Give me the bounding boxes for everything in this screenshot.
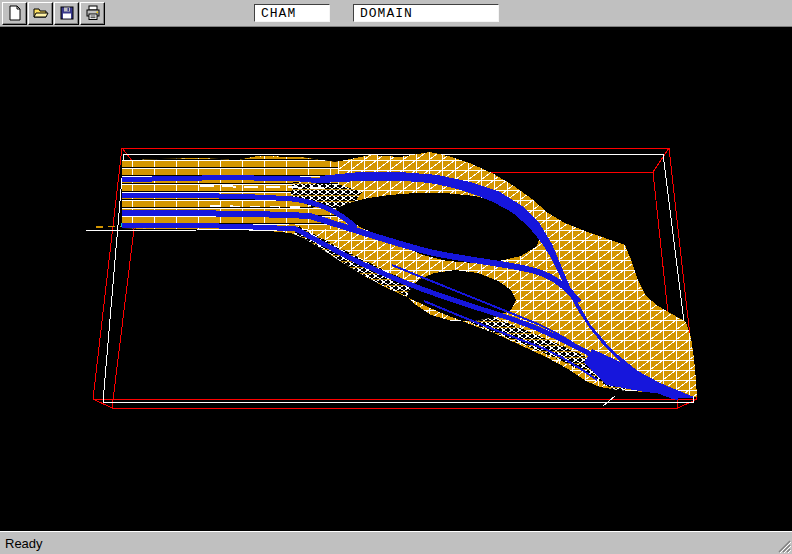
scene-canvas bbox=[0, 27, 792, 531]
print-button[interactable] bbox=[80, 2, 105, 25]
cham-field[interactable] bbox=[254, 4, 330, 22]
new-document-icon bbox=[7, 5, 23, 21]
resize-grip[interactable] bbox=[778, 540, 791, 553]
toolbar bbox=[0, 0, 792, 27]
new-button[interactable] bbox=[2, 2, 27, 25]
save-button[interactable] bbox=[54, 2, 79, 25]
graphics-viewport[interactable] bbox=[0, 27, 792, 531]
domain-field[interactable] bbox=[353, 4, 499, 22]
print-icon bbox=[85, 5, 101, 21]
save-icon bbox=[59, 5, 75, 21]
open-button[interactable] bbox=[28, 2, 53, 25]
status-bar: Ready bbox=[0, 531, 792, 554]
status-text: Ready bbox=[5, 536, 43, 551]
app-window: Ready bbox=[0, 0, 792, 554]
open-folder-icon bbox=[33, 5, 49, 21]
